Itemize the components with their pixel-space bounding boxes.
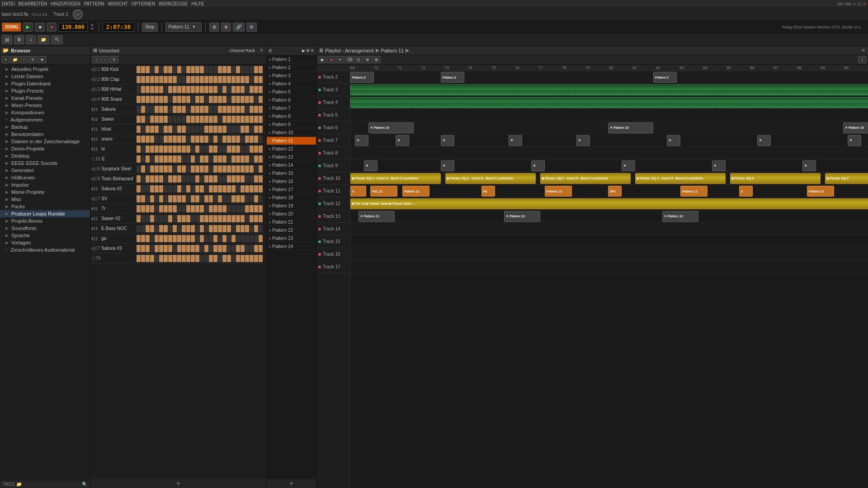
playlist-btn[interactable]: ≣	[14, 35, 24, 44]
track-block-9-6[interactable]: Pattern 11	[680, 186, 708, 197]
sidebar-item-17[interactable]: ▶Meine Projekte	[0, 188, 90, 196]
pad-4-9[interactable]	[177, 106, 181, 113]
pad-7-22[interactable]	[236, 136, 240, 143]
pad-13-12[interactable]	[191, 195, 195, 202]
pad-6-2[interactable]	[146, 126, 150, 133]
sidebar-item-20[interactable]: ▶Producer Loops Rumble	[0, 210, 90, 217]
pad-15-13[interactable]	[195, 215, 199, 222]
pad-3-8[interactable]	[173, 96, 177, 103]
track-row-13[interactable]	[350, 235, 868, 248]
track-row-11[interactable]: ✕ Pattern 11✕ Pattern 12✕ Pattern 12	[350, 210, 868, 223]
channel-name-13[interactable]: SV	[100, 196, 137, 201]
pad-4-1[interactable]	[141, 106, 145, 113]
track-block-7-5[interactable]: ✕	[802, 160, 816, 171]
pad-7-3[interactable]	[150, 136, 154, 143]
pad-12-23[interactable]	[241, 185, 245, 192]
pad-5-21[interactable]	[231, 116, 236, 123]
ruler-mark-21[interactable]: 90	[844, 66, 849, 70]
pattern-selector[interactable]: Pattern 11 ▼	[165, 23, 202, 32]
pad-7-20[interactable]	[227, 136, 231, 143]
pad-12-20[interactable]	[227, 185, 231, 192]
pad-15-8[interactable]	[173, 215, 177, 222]
pad-15-19[interactable]	[222, 215, 226, 222]
pad-16-2[interactable]	[146, 225, 150, 232]
pad-4-2[interactable]	[146, 106, 150, 113]
pad-5-13[interactable]	[195, 116, 199, 123]
pad-4-11[interactable]	[186, 106, 190, 113]
pad-16-20[interactable]	[227, 225, 231, 232]
pad-16-18[interactable]	[218, 225, 222, 232]
channel-led-13[interactable]	[91, 197, 93, 201]
pad-13-10[interactable]	[182, 195, 186, 202]
channel-mute-12[interactable]	[94, 187, 95, 191]
pad-5-0[interactable]	[137, 116, 141, 123]
sidebar-favorite-btn[interactable]: ★	[38, 56, 46, 63]
track-block-0-2[interactable]: Pattern 2	[653, 72, 677, 83]
magnet-btn[interactable]: ⊕	[221, 23, 231, 32]
pad-17-5[interactable]	[159, 235, 163, 242]
pad-16-21[interactable]	[231, 225, 236, 232]
pad-9-3[interactable]	[150, 155, 154, 163]
channel-solo-15[interactable]	[96, 216, 98, 221]
pad-18-13[interactable]	[195, 245, 199, 252]
pad-10-17[interactable]	[213, 165, 217, 173]
pad-17-9[interactable]	[177, 235, 181, 242]
pad-0-11[interactable]	[186, 66, 190, 73]
pad-10-11[interactable]	[186, 165, 190, 173]
channel-led-10[interactable]	[91, 167, 93, 171]
pad-6-13[interactable]	[195, 126, 199, 133]
menu-bearbeiten[interactable]: BEARBEITEN	[19, 1, 47, 6]
pad-6-4[interactable]	[155, 126, 159, 133]
sidebar-item-2[interactable]: ▶Plugin-Datenbank	[0, 80, 90, 87]
track-label-9[interactable]: Track 11	[316, 185, 350, 197]
pad-17-16[interactable]	[209, 235, 213, 242]
track-label-14[interactable]: Track 16	[316, 248, 350, 261]
pattern-item-7[interactable]: ≡Pattern 8	[267, 113, 316, 121]
pattern-item-22[interactable]: ≡Pattern 23	[267, 235, 316, 243]
pad-14-24[interactable]	[245, 205, 249, 212]
pad-16-0[interactable]	[137, 225, 141, 232]
pad-1-8[interactable]	[173, 76, 177, 83]
pad-3-1[interactable]	[141, 96, 145, 103]
channel-solo-6[interactable]	[96, 127, 98, 131]
pad-18-18[interactable]	[218, 245, 222, 252]
pad-0-19[interactable]	[222, 66, 226, 73]
track-row-15[interactable]	[350, 261, 868, 273]
pad-10-10[interactable]	[182, 165, 186, 173]
channel-rack-close-btn[interactable]: ✕	[259, 47, 264, 53]
pad-17-23[interactable]	[241, 235, 245, 242]
track-block-9-7[interactable]: 3	[739, 186, 753, 197]
channel-name-8[interactable]: hi	[100, 146, 137, 151]
pad-9-23[interactable]	[241, 155, 245, 163]
pad-6-10[interactable]	[182, 126, 186, 133]
channel-name-12[interactable]: Sakura #2	[100, 186, 137, 191]
pad-2-16[interactable]	[209, 86, 213, 93]
menu-pattern[interactable]: PATTERN	[84, 1, 104, 6]
channel-solo-4[interactable]	[96, 107, 98, 112]
pad-4-22[interactable]	[236, 106, 240, 113]
pad-5-24[interactable]	[245, 116, 249, 123]
pad-12-27[interactable]	[259, 185, 263, 192]
pad-11-16[interactable]	[209, 175, 213, 183]
ruler-mark-14[interactable]: 83	[679, 66, 684, 70]
sidebar-item-24[interactable]: ▶Vorlagen	[0, 239, 90, 246]
pad-15-17[interactable]	[213, 215, 217, 222]
channel-name-3[interactable]: 808 Snare	[100, 97, 137, 102]
track-block-0-0[interactable]: Pattern 2	[350, 72, 374, 83]
pad-4-16[interactable]	[209, 106, 213, 113]
pattern-item-23[interactable]: ≡Pattern 24	[267, 243, 316, 251]
channel-name-16[interactable]: E-Bass NUC	[100, 226, 137, 231]
pad-4-0[interactable]	[137, 106, 141, 113]
pad-3-21[interactable]	[231, 96, 236, 103]
pattern-item-4[interactable]: ≡Pattern 5	[267, 88, 316, 96]
pad-16-12[interactable]	[191, 225, 195, 232]
channel-mute-8[interactable]	[94, 147, 95, 151]
pad-2-14[interactable]	[200, 86, 204, 93]
pad-14-2[interactable]	[146, 205, 150, 212]
sidebar-item-4[interactable]: ▶Kanal-Presets	[0, 94, 90, 102]
channel-solo-9[interactable]	[94, 157, 95, 161]
pad-0-17[interactable]	[213, 66, 217, 73]
browser-btn[interactable]: 📁	[38, 35, 49, 44]
pad-11-26[interactable]	[254, 175, 258, 183]
pad-17-12[interactable]	[191, 235, 195, 242]
